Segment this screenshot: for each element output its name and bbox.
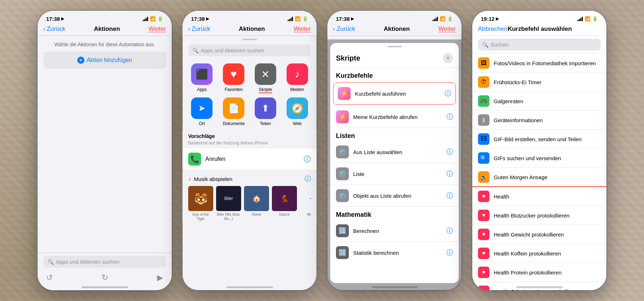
berechnen-row[interactable]: 🔢 Berechnen ⓘ <box>330 220 459 242</box>
back-button-1[interactable]: ‹ Zurück <box>43 25 65 33</box>
bottom-toolbar-1: ↺ ↻ ▶ <box>38 273 172 282</box>
shortcut-icon-8: ♥ <box>478 210 489 221</box>
category-ort[interactable]: ➤ Ort <box>188 97 216 126</box>
bottom-search-bar-1: 🔍 Apps und Aktionen suchen <box>38 253 172 271</box>
album-cover-1: 🐯 <box>188 186 213 211</box>
search-input-4[interactable]: 🔍 Suchen <box>478 39 601 51</box>
category-teilen[interactable]: ⬆ Teilen <box>252 97 279 126</box>
kurzbefehl-ausfuhren-highlighted[interactable]: ⚡ Kurzbefehl ausführen ⓘ <box>333 82 456 105</box>
search-input-1[interactable]: 🔍 Apps und Aktionen suchen <box>43 256 166 268</box>
search-icon-2: 🔍 <box>192 48 199 53</box>
shortcut-item-11[interactable]: ♥ Health Protein protokollieren <box>472 263 606 282</box>
search-input-2[interactable]: 🔍 Apps und Aktionen suchen <box>188 44 311 56</box>
modal-header: Skripte ✕ <box>330 50 459 68</box>
dokumente-label: Dokumente <box>223 121 244 126</box>
anrufen-info-icon[interactable]: ⓘ <box>304 154 311 164</box>
shortcut-icon-6: 🔊 <box>478 171 489 183</box>
music-albums: 🐯 Eye of the Tiger 80er 80er Hits (feat.… <box>188 186 311 221</box>
shortcut-item-5[interactable]: 🔍 GIFs suchen und versenden <box>472 149 606 168</box>
shortcut-icon-10: ♥ <box>478 248 489 259</box>
shortcut-label-2: Galgenraten <box>494 98 601 104</box>
back-button-3[interactable]: ‹ Zurück <box>333 25 355 33</box>
statistik-info-icon[interactable]: ⓘ <box>447 248 453 257</box>
add-action-button[interactable]: + Aktion hinzufügen <box>43 52 166 69</box>
music-info-icon[interactable]: ⓘ <box>304 175 311 183</box>
shortcut-icon-2: 🎮 <box>478 95 489 107</box>
time-2: 17:38 <box>191 16 205 22</box>
add-action-section: Wähle die Aktionen für diese Automation … <box>38 36 172 75</box>
shortcut-item-6[interactable]: 🔊 Guten Morgen Ansage <box>472 168 606 187</box>
gear-icon-3: ⚙️ <box>336 189 349 202</box>
shortcut-item-7[interactable]: ♥ Health <box>472 187 606 206</box>
redo-icon[interactable]: ↻ <box>102 273 108 282</box>
meine-kurzbefehle-label: Meine Kurzbefehle abrufen <box>353 114 442 120</box>
shortcut-item-10[interactable]: ♥ Health Koffein protokollieren <box>472 244 606 263</box>
liste-info-icon[interactable]: ⓘ <box>447 169 453 178</box>
wifi-icon-3: 📶 <box>440 16 445 22</box>
category-skripte[interactable]: ✕ Skripte <box>252 63 279 93</box>
status-bar-1: 17:38 ▶ 📶 🔋 <box>38 11 172 24</box>
weiter-button-2[interactable]: Weiter <box>293 25 311 33</box>
statistik-row[interactable]: 🔢 Statistik berechnen ⓘ <box>330 242 459 263</box>
kurzbefehl-info-icon[interactable]: ⓘ <box>445 89 451 98</box>
cancel-button-4[interactable]: Abbrechen <box>478 25 507 33</box>
weiter-button-1[interactable]: Weiter <box>148 25 166 33</box>
modal-close-button[interactable]: ✕ <box>443 53 453 63</box>
shortcut-icon-12: ♥ <box>478 286 489 290</box>
objekt-liste-row[interactable]: ⚙️ Objekt aus Liste abrufen ⓘ <box>330 185 459 207</box>
favoriten-label: Favoriten <box>225 87 243 92</box>
home-indicator-1 <box>82 286 128 288</box>
category-apps[interactable]: ⬛ Apps <box>188 63 216 93</box>
album-plus-4[interactable]: + <box>300 186 311 211</box>
battery-icon-1: 🔋 <box>157 16 163 22</box>
shortcut-item-3[interactable]: ℹ Geräteinformationen <box>472 111 606 130</box>
shortcut-item-9[interactable]: ♥ Health Gewicht protokollieren <box>472 225 606 244</box>
apps-icon: ⬛ <box>191 63 213 85</box>
teilen-label: Teilen <box>260 121 271 126</box>
search-icon-4: 🔍 <box>482 42 488 48</box>
kurzbefehl-ausfuhren-label: Kurzbefehl ausführen <box>355 91 440 97</box>
shortcut-label-8: Health Blutzucker protokollieren <box>494 212 601 219</box>
shortcut-label-12: Health Schwimmzüge protokollieren <box>494 288 601 291</box>
shortcut-icon-3: ℹ <box>478 114 489 126</box>
meine-info-icon[interactable]: ⓘ <box>447 113 453 121</box>
weiter-button-3[interactable]: Weiter <box>438 25 456 33</box>
status-icons-2: 📶 🔋 <box>288 16 308 22</box>
listen-section-header: Listen <box>330 128 459 141</box>
play-icon[interactable]: ▶ <box>157 273 163 282</box>
category-medien[interactable]: ♪ Medien <box>283 63 311 93</box>
shortcuts-icon-1: ⚡ <box>338 87 351 100</box>
home-indicator-2 <box>226 286 273 288</box>
back-chevron-2: ‹ <box>188 25 190 33</box>
objekt-liste-info-icon[interactable]: ⓘ <box>447 191 453 200</box>
meine-kurzbefehle-row[interactable]: ⚡ Meine Kurzbefehle abrufen ⓘ <box>330 106 459 128</box>
anrufen-item[interactable]: 📞 Anrufen ⓘ <box>182 148 317 170</box>
shortcut-item-8[interactable]: ♥ Health Blutzucker protokollieren <box>472 206 606 225</box>
medien-icon: ♪ <box>287 63 308 85</box>
back-chevron-1: ‹ <box>43 25 45 33</box>
album-dance: 💃 Dance <box>272 186 297 221</box>
category-web[interactable]: 🧭 Web <box>283 97 311 126</box>
suggestions-section: Vorschläge Basierend auf der Nutzung dei… <box>182 130 317 170</box>
phone-1: 17:38 ▶ 📶 🔋 ‹ Zurück Aktionen Weiter Wäh… <box>38 11 172 290</box>
suggestions-header: Vorschläge <box>182 130 317 140</box>
shortcut-item-1[interactable]: ⏱ Frühstücks-Ei Timer <box>472 73 606 92</box>
undo-icon[interactable]: ↺ <box>46 273 53 282</box>
category-favoriten[interactable]: ♥ Favoriten <box>220 63 248 93</box>
aus-liste-row[interactable]: ⚙️ Aus Liste auswählen ⓘ <box>330 141 459 163</box>
shortcut-item-2[interactable]: 🎮 Galgenraten <box>472 92 606 111</box>
medien-label: Medien <box>290 87 304 92</box>
home-indicator-4 <box>516 286 563 288</box>
shortcut-item-4[interactable]: 🎞 GIF-Bild erstellen, senden und Teilen <box>472 130 606 149</box>
berechnen-info-icon[interactable]: ⓘ <box>447 226 453 235</box>
shortcut-item-0[interactable]: 🖼 Fotos/Videos in Fotomediathek importie… <box>472 54 606 73</box>
liste-row[interactable]: ⚙️ Liste ⓘ <box>330 163 459 185</box>
back-button-2[interactable]: ‹ Zurück <box>188 25 210 33</box>
web-icon: 🧭 <box>287 97 308 119</box>
aus-liste-info-icon[interactable]: ⓘ <box>447 148 453 156</box>
album-cover-4: 💃 <box>272 186 297 211</box>
suggestions-subtitle: Basierend auf der Nutzung deines iPhone. <box>182 140 317 148</box>
shortcut-label-10: Health Koffein protokollieren <box>494 250 601 257</box>
category-dokumente[interactable]: 📄 Dokumente <box>220 97 248 126</box>
shortcut-label-9: Health Gewicht protokollieren <box>494 231 601 238</box>
